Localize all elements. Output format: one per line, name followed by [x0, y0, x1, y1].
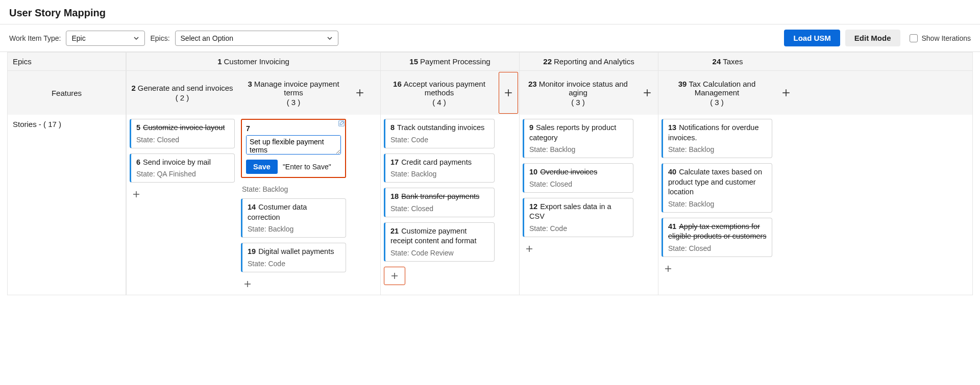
epic-cell[interactable]: 24Taxes: [658, 53, 797, 70]
epics-select-value: Select an Option: [181, 34, 234, 42]
story-title: Sales reports by product category: [529, 123, 616, 142]
story-card[interactable]: 40Calculate taxes based on product type …: [662, 163, 772, 213]
epic-cell[interactable]: 22Reporting and Analytics: [519, 53, 658, 70]
plus-icon: [781, 88, 791, 97]
add-feature-button[interactable]: [641, 86, 654, 99]
plus-icon: [390, 272, 399, 280]
story-card[interactable]: 9Sales reports by product category State…: [523, 119, 633, 158]
story-column-f39: 13Notifications for overdue invoices. St…: [658, 115, 775, 295]
story-card[interactable]: 6Send invoice by mail State: QA Finished: [130, 153, 235, 183]
feature-cell[interactable]: 3Manage invoice payment terms ( 3 ): [238, 71, 349, 115]
story-id: 18: [390, 192, 399, 200]
save-hint: "Enter to Save": [283, 163, 331, 171]
add-story-button[interactable]: [523, 242, 536, 255]
story-state: State: Backlog: [668, 145, 767, 153]
story-title-input[interactable]: [246, 135, 341, 155]
story-id: 8: [390, 123, 395, 132]
feature-id: 39: [678, 80, 687, 88]
add-feature-button-highlighted[interactable]: [502, 86, 515, 99]
story-card[interactable]: 18Bank transfer payments State: Closed: [384, 188, 495, 217]
features-row-label: Features: [8, 71, 126, 115]
add-feature-button[interactable]: [779, 86, 793, 99]
story-state: State: Code: [529, 224, 628, 233]
stories-row-label: Stories - ( 17 ): [8, 115, 126, 295]
feature-id: 2: [131, 84, 135, 92]
story-edit-card[interactable]: 7 Save "Enter to Save": [241, 119, 346, 178]
feature-count: ( 4 ): [432, 98, 446, 107]
plus-icon: [664, 265, 672, 273]
story-title: Export sales data in a CSV: [529, 202, 611, 221]
story-title: Send invoice by mail: [143, 158, 211, 166]
feature-cell[interactable]: 2Generate and send invoices ( 2 ): [127, 71, 238, 115]
story-state: State: Code: [248, 260, 340, 268]
save-button[interactable]: Save: [246, 160, 278, 174]
feature-title: Manage invoice payment terms: [254, 80, 339, 97]
story-card[interactable]: 10Overdue invoices State: Closed: [523, 163, 633, 193]
features-row: Features 2Generate and send invoices ( 2…: [8, 71, 972, 115]
epic-id: 24: [713, 57, 721, 66]
feature-cell[interactable]: 23Monitor invoice status and aging ( 3 ): [520, 71, 636, 115]
story-id: 19: [248, 247, 256, 255]
feature-title: Accept various payment methods: [404, 80, 485, 97]
epic-cell[interactable]: 1Customer Invoicing: [126, 53, 380, 70]
story-card[interactable]: 8Track outstanding invoices State: Code: [384, 119, 495, 148]
feature-cell[interactable]: 16Accept various payment methods ( 4 ): [381, 71, 498, 115]
add-story-button[interactable]: [241, 277, 254, 291]
plus-icon: [243, 280, 252, 288]
work-item-type-value: Epic: [71, 34, 85, 42]
add-story-button[interactable]: [662, 262, 675, 275]
plus-icon: [504, 88, 513, 97]
add-feature-button[interactable]: [353, 86, 366, 99]
story-card[interactable]: 41Apply tax exemptions for eligible prod…: [662, 218, 772, 257]
story-title: Apply tax exemptions for eligible produc…: [668, 222, 767, 241]
add-story-button[interactable]: [130, 188, 143, 201]
add-story-button-highlighted[interactable]: [384, 267, 405, 285]
work-item-type-select[interactable]: Epic: [66, 31, 145, 46]
story-title: Customize payment receipt content and fo…: [390, 227, 476, 245]
feature-count: ( 2 ): [176, 93, 189, 102]
feature-count: ( 3 ): [287, 98, 301, 107]
story-card[interactable]: 13Notifications for overdue invoices. St…: [662, 119, 772, 158]
feature-id: 3: [248, 80, 252, 88]
plus-icon: [643, 88, 652, 97]
epics-select[interactable]: Select an Option: [175, 31, 338, 46]
edit-mode-button[interactable]: Edit Mode: [845, 30, 900, 46]
story-title: Digital wallet payments: [258, 247, 334, 255]
story-card[interactable]: 21Customize payment receipt content and …: [384, 222, 495, 262]
story-state: State: Backlog: [529, 145, 628, 153]
feature-cell[interactable]: 39Tax Calculation and Management ( 3 ): [658, 71, 775, 115]
story-id: 12: [529, 202, 537, 211]
story-state: State: Backlog: [668, 200, 767, 208]
epic-title: Reporting and Analytics: [554, 57, 634, 66]
story-id: 40: [668, 168, 676, 176]
story-card[interactable]: 14Costumer data correction State: Backlo…: [241, 198, 346, 238]
story-title: Notifications for overdue invoices.: [668, 123, 759, 142]
epic-title: Customer Invoicing: [224, 57, 289, 66]
work-item-type-label: Work Item Type:: [9, 34, 61, 42]
toolbar: Work Item Type: Epic Epics: Select an Op…: [0, 24, 980, 52]
story-state: State: Closed: [529, 180, 628, 188]
story-title: Overdue invoices: [540, 168, 597, 176]
story-title: Costumer data correction: [248, 203, 307, 221]
epic-title: Payment Processing: [420, 57, 491, 66]
load-usm-button[interactable]: Load USM: [784, 30, 840, 46]
story-id: 14: [248, 203, 256, 211]
plus-icon: [525, 245, 533, 253]
epic-id: 22: [543, 57, 552, 66]
epic-cell[interactable]: 15Payment Processing: [380, 53, 519, 70]
show-iterations-checkbox[interactable]: [910, 34, 918, 42]
story-card[interactable]: 5Customize invoice layout State: Closed: [130, 119, 235, 148]
chevron-down-icon: [327, 35, 333, 41]
story-state: State: Closed: [390, 204, 489, 213]
story-card[interactable]: 12Export sales data in a CSV State: Code: [523, 198, 633, 237]
feature-title: Monitor invoice status and aging: [539, 80, 628, 97]
story-id: 21: [390, 227, 399, 235]
feature-title: Generate and send invoices: [138, 84, 233, 92]
epics-row-label: Epics: [8, 53, 126, 70]
show-iterations-label: Show Iterations: [922, 34, 971, 42]
chevron-down-icon: [133, 35, 139, 41]
story-card[interactable]: 17Credit card payments State: Backlog: [384, 153, 495, 183]
story-card[interactable]: 19Digital wallet payments State: Code: [241, 243, 346, 272]
story-column-f3: 7 Save "Enter to Save" State: Backlog 14…: [238, 115, 349, 295]
feature-count: ( 3 ): [710, 98, 724, 107]
